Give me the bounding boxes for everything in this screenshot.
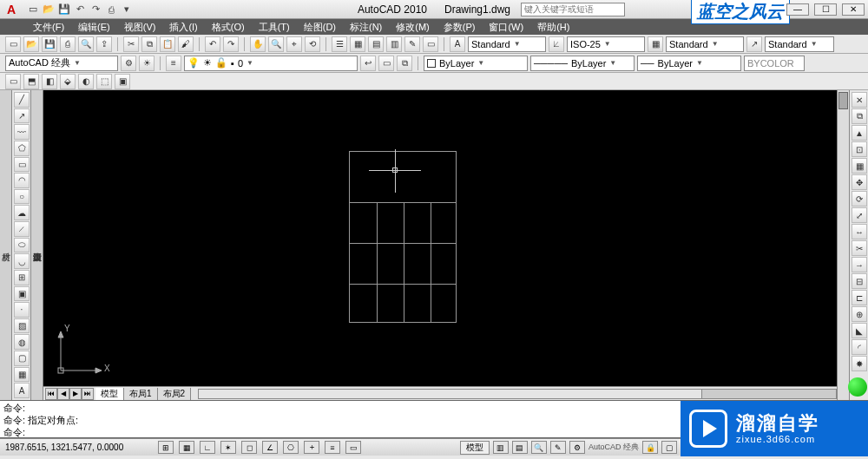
clean-screen-icon[interactable]: ▢ <box>661 441 677 454</box>
workspace-save-icon[interactable]: ☀ <box>139 56 155 71</box>
plot-preview-icon[interactable]: 🔍 <box>78 36 94 52</box>
text-style-icon[interactable]: A <box>450 36 465 52</box>
drawing-canvas[interactable]: Y X ⏮ ◀ ▶ ⏭ 模型 布局1 布局2 <box>43 90 837 400</box>
table-style-icon[interactable]: ▦ <box>648 36 663 52</box>
side-tab-materials[interactable]: 材质 <box>0 90 12 400</box>
pan-icon[interactable]: ✋ <box>250 36 266 52</box>
tab-model[interactable]: 模型 <box>95 388 124 400</box>
redo-icon[interactable]: ↷ <box>89 3 102 16</box>
extend-icon[interactable]: → <box>852 257 867 272</box>
tab-first-icon[interactable]: ⏮ <box>45 388 57 400</box>
menu-parametric[interactable]: 参数(P) <box>437 20 483 35</box>
linetype-dropdown[interactable]: ─────ByLayer▼ <box>530 56 635 71</box>
layer-states-icon[interactable]: ▭ <box>378 56 394 71</box>
menu-file[interactable]: 文件(F) <box>26 20 71 35</box>
polygon-icon[interactable]: ⬠ <box>14 141 30 156</box>
snap-toggle[interactable]: ⊞ <box>158 441 174 454</box>
new-icon[interactable]: ▭ <box>26 3 40 16</box>
polyline-icon[interactable]: 〰 <box>14 124 30 140</box>
join-icon[interactable]: ⊕ <box>852 306 867 322</box>
lock-ui-icon[interactable]: 🔒 <box>642 441 658 454</box>
view-cube-icon[interactable]: ⬚ <box>96 74 112 89</box>
close-button[interactable]: ✕ <box>842 3 865 16</box>
app-logo-icon[interactable]: A <box>3 1 20 18</box>
tab-layout2[interactable]: 布局2 <box>158 388 192 400</box>
side-tab-render[interactable]: 高级渲染设置 <box>31 90 43 400</box>
rotate-icon[interactable]: ⟳ <box>852 191 867 207</box>
otrack-toggle[interactable]: ∠ <box>262 441 278 454</box>
dyn-toggle[interactable]: ＋ <box>304 441 319 454</box>
view-iso-icon[interactable]: ◧ <box>42 74 57 89</box>
ellipse-arc-icon[interactable]: ◡ <box>14 253 30 269</box>
make-block-icon[interactable]: ▣ <box>14 286 30 302</box>
workspace-dropdown[interactable]: AutoCAD 经典▼ <box>5 56 118 71</box>
zoom-realtime-icon[interactable]: 🔍 <box>268 36 284 52</box>
polar-toggle[interactable]: ✶ <box>220 441 236 454</box>
circle-icon[interactable]: ○ <box>14 189 30 205</box>
break-icon[interactable]: ⊏ <box>852 290 867 305</box>
scale-icon[interactable]: ⤢ <box>852 207 867 223</box>
communication-center-icon[interactable] <box>848 377 867 397</box>
mleader-style-dropdown[interactable]: Standard▼ <box>765 36 834 52</box>
menu-help[interactable]: 帮助(H) <box>530 20 576 35</box>
plotstyle-dropdown[interactable]: BYCOLOR <box>744 56 805 71</box>
new-file-icon[interactable]: ▭ <box>5 36 21 52</box>
design-center-icon[interactable]: ▦ <box>350 36 365 52</box>
ortho-toggle[interactable]: ∟ <box>200 441 215 454</box>
horizontal-scrollbar[interactable] <box>198 389 837 399</box>
qp-toggle[interactable]: ▭ <box>345 441 361 454</box>
offset-icon[interactable]: ⊡ <box>852 141 867 157</box>
array-icon[interactable]: ▦ <box>852 158 867 174</box>
move-icon[interactable]: ✥ <box>852 174 867 190</box>
open-file-icon[interactable]: 📂 <box>23 36 39 52</box>
zoom-window-icon[interactable]: ⌖ <box>286 36 302 52</box>
properties-icon[interactable]: ☰ <box>332 36 347 52</box>
save-icon[interactable]: 💾 <box>57 3 71 16</box>
layer-previous-icon[interactable]: ↩ <box>360 56 376 71</box>
layer-iso-icon[interactable]: ⧉ <box>397 56 412 71</box>
trim-icon[interactable]: ✂ <box>852 240 867 256</box>
mirror-icon[interactable]: ▲ <box>852 125 867 141</box>
plot-icon[interactable]: ⎙ <box>60 36 76 52</box>
line-icon[interactable]: ╱ <box>14 92 30 108</box>
annotation-visibility-icon[interactable]: ✎ <box>550 441 566 454</box>
print-icon[interactable]: ⎙ <box>104 3 118 16</box>
dim-style-dropdown[interactable]: ISO-25▼ <box>567 36 645 52</box>
mtext-icon[interactable]: A <box>14 383 30 398</box>
view-top-icon[interactable]: ⬒ <box>23 74 39 89</box>
menu-draw[interactable]: 绘图(D) <box>297 20 343 35</box>
vertical-scrollbar[interactable] <box>837 90 849 400</box>
redo-icon[interactable]: ↷ <box>223 36 239 52</box>
grid-toggle[interactable]: ▦ <box>179 441 194 454</box>
publish-icon[interactable]: ⇪ <box>96 36 112 52</box>
match-props-icon[interactable]: 🖌 <box>178 36 194 52</box>
menu-view[interactable]: 视图(V) <box>117 20 163 35</box>
text-style-dropdown[interactable]: Standard▼ <box>468 36 546 52</box>
quickview-layouts-icon[interactable]: ▥ <box>493 441 509 454</box>
explode-icon[interactable]: ✸ <box>852 356 867 371</box>
revcloud-icon[interactable]: ☁ <box>14 205 30 220</box>
paste-icon[interactable]: 📋 <box>160 36 175 52</box>
qat-dropdown-icon[interactable]: ▾ <box>120 3 134 16</box>
break-point-icon[interactable]: ⊟ <box>852 273 867 289</box>
xline-icon[interactable]: ↗ <box>14 108 30 124</box>
region-icon[interactable]: ▢ <box>14 351 30 366</box>
tab-last-icon[interactable]: ⏭ <box>82 388 94 400</box>
quickcalc-icon[interactable]: ▭ <box>423 36 438 52</box>
undo-icon[interactable]: ↶ <box>205 36 220 52</box>
menu-tools[interactable]: 工具(T) <box>252 20 297 35</box>
fillet-icon[interactable]: ◜ <box>852 339 867 355</box>
save-file-icon[interactable]: 💾 <box>42 36 57 52</box>
sheet-set-icon[interactable]: ▥ <box>386 36 402 52</box>
color-dropdown[interactable]: ByLayer▼ <box>424 56 528 71</box>
maximize-button[interactable]: ☐ <box>814 3 837 16</box>
undo-icon[interactable]: ↶ <box>73 3 87 16</box>
ellipse-icon[interactable]: ⬭ <box>14 238 30 253</box>
insert-block-icon[interactable]: ⊞ <box>14 270 30 285</box>
lineweight-dropdown[interactable]: ──ByLayer▼ <box>637 56 741 71</box>
hatch-icon[interactable]: ▨ <box>14 318 30 334</box>
quickview-drawings-icon[interactable]: ▤ <box>512 441 528 454</box>
open-icon[interactable]: 📂 <box>42 3 56 16</box>
menu-window[interactable]: 窗口(W) <box>482 20 530 35</box>
view-orbit-icon[interactable]: ◐ <box>78 74 94 89</box>
